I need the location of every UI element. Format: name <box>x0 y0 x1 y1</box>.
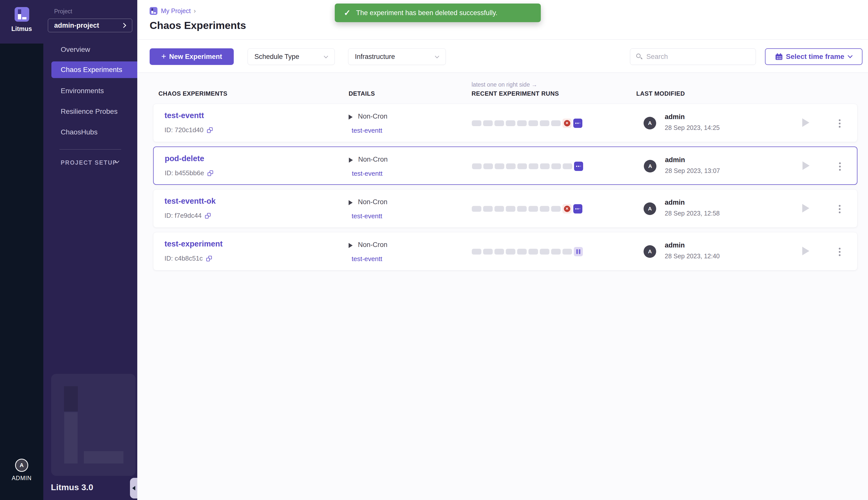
run-bar[interactable] <box>540 206 549 212</box>
rail-user-block[interactable]: A ADMIN <box>0 459 43 481</box>
run-bar[interactable] <box>551 206 561 212</box>
run-paused-badge[interactable] <box>574 247 583 256</box>
table-row[interactable]: test-experiment ID: c4b8c51c Non-Cron te… <box>153 232 857 270</box>
plus-icon: + <box>161 52 166 61</box>
table-row[interactable]: test-eventt ID: 720c1d40 Non-Cron test-e… <box>153 104 857 142</box>
new-experiment-button[interactable]: + New Experiment <box>150 48 234 65</box>
sidebar-item-resilience-probes[interactable]: Resilience Probes <box>43 103 137 120</box>
row-menu-button[interactable] <box>835 159 844 174</box>
run-bar[interactable] <box>551 249 561 254</box>
run-bar[interactable] <box>472 206 481 212</box>
run-bar[interactable] <box>472 249 481 254</box>
run-bar[interactable] <box>506 206 515 212</box>
breadcrumb-project-link[interactable]: My Project <box>161 7 191 15</box>
run-running-badge[interactable] <box>573 118 582 128</box>
run-experiment-button[interactable] <box>802 118 809 127</box>
run-bar[interactable] <box>506 249 515 254</box>
run-bar[interactable] <box>517 249 527 254</box>
sidebar-item-environments[interactable]: Environments <box>43 82 137 99</box>
run-bar[interactable] <box>528 120 538 126</box>
run-bar[interactable] <box>540 163 550 169</box>
experiment-template-link[interactable]: test-eventt <box>352 170 382 178</box>
run-bar[interactable] <box>540 249 549 254</box>
run-bar[interactable] <box>528 206 538 212</box>
sidebar-item-chaoshubs[interactable]: ChaosHubs <box>43 124 137 140</box>
table-row[interactable]: test-eventt-ok ID: f7e9dc44 Non-Cron tes… <box>153 189 857 228</box>
experiment-name-link[interactable]: test-experiment <box>165 239 223 249</box>
run-bar[interactable] <box>494 120 504 126</box>
copy-icon[interactable] <box>206 256 212 261</box>
run-bar[interactable] <box>472 163 482 169</box>
run-bar[interactable] <box>506 120 515 126</box>
chevron-down-icon <box>324 54 328 58</box>
new-experiment-label: New Experiment <box>169 53 222 61</box>
run-experiment-button[interactable] <box>802 247 809 255</box>
copy-icon[interactable] <box>205 213 211 218</box>
user-avatar[interactable]: A <box>15 459 28 472</box>
select-time-frame-button[interactable]: Select time frame <box>765 48 863 65</box>
project-selector[interactable]: admin-project <box>48 19 132 32</box>
copy-icon[interactable] <box>207 170 213 176</box>
run-running-badge[interactable] <box>573 204 582 214</box>
run-bar[interactable] <box>529 163 538 169</box>
run-bar[interactable] <box>472 120 481 126</box>
experiment-template-link[interactable]: test-eventt <box>352 127 382 134</box>
project-setup-toggle[interactable]: PROJECT SETUP <box>43 157 137 168</box>
experiment-id-text: ID: b455bb6e <box>165 169 204 177</box>
table-row[interactable]: pod-delete ID: b455bb6e Non-Cron test-ev… <box>153 147 857 185</box>
run-experiment-button[interactable] <box>802 161 810 170</box>
left-rail: Litmus A ADMIN <box>0 0 43 500</box>
infrastructure-dropdown[interactable]: Infrastructure <box>348 48 446 65</box>
copy-icon[interactable] <box>207 127 213 133</box>
row-menu-button[interactable] <box>835 245 844 259</box>
run-bar[interactable] <box>551 120 561 126</box>
run-bar[interactable] <box>483 249 493 254</box>
experiment-template-link[interactable]: test-eventt <box>352 255 382 263</box>
sidebar-collapse-handle[interactable] <box>130 478 137 499</box>
experiment-name-link[interactable]: pod-delete <box>165 154 204 163</box>
search-input[interactable] <box>646 53 751 61</box>
chevron-right-icon <box>121 23 126 28</box>
column-header-modified: LAST MODIFIED <box>636 90 685 97</box>
experiment-id: ID: f7e9dc44 <box>165 212 211 219</box>
run-bar[interactable] <box>495 163 504 169</box>
row-menu-button[interactable] <box>835 116 844 130</box>
experiment-template-link[interactable]: test-eventt <box>352 212 382 220</box>
schedule-type-dropdown[interactable]: Schedule Type <box>248 48 335 65</box>
app-version: Litmus 3.0 <box>51 482 93 492</box>
experiment-name-link[interactable]: test-eventt <box>165 111 204 120</box>
run-bar[interactable] <box>483 163 493 169</box>
sidebar-item-label: Chaos Experiments <box>61 66 122 74</box>
run-bar[interactable] <box>517 120 527 126</box>
infrastructure-label: Infrastructure <box>355 53 395 61</box>
experiment-id-text: ID: f7e9dc44 <box>165 212 202 219</box>
toast-message: The experiment has been deleted successf… <box>356 9 497 17</box>
run-bar[interactable] <box>517 206 527 212</box>
run-experiment-button[interactable] <box>802 204 809 213</box>
run-bar[interactable] <box>506 163 516 169</box>
run-bar[interactable] <box>483 120 493 126</box>
sidebar-item-label: Environments <box>61 87 104 95</box>
run-bar[interactable] <box>494 249 504 254</box>
run-bar[interactable] <box>551 163 561 169</box>
modifier-name: admin <box>665 241 685 249</box>
run-bar[interactable] <box>528 249 538 254</box>
sidebar-item-label: ChaosHubs <box>61 128 98 136</box>
run-running-badge[interactable] <box>574 162 583 171</box>
run-failed-badge[interactable]: ✕ <box>562 204 572 214</box>
modified-date: 28 Sep 2023, 14:25 <box>665 124 720 132</box>
experiment-name-link[interactable]: test-eventt-ok <box>165 197 216 206</box>
run-bar[interactable] <box>540 120 549 126</box>
schedule-type-value: Non-Cron <box>358 241 387 249</box>
sidebar-item-chaos-experiments[interactable]: Chaos Experiments <box>52 61 137 78</box>
calendar-icon <box>776 53 782 60</box>
run-bar[interactable] <box>562 249 572 254</box>
run-bar[interactable] <box>483 206 493 212</box>
project-name: admin-project <box>54 22 99 30</box>
run-bar[interactable] <box>517 163 527 169</box>
sidebar-item-overview[interactable]: Overview <box>43 41 137 58</box>
run-bar[interactable] <box>563 163 572 169</box>
row-menu-button[interactable] <box>835 202 844 216</box>
run-failed-badge[interactable]: ✕ <box>562 118 572 128</box>
run-bar[interactable] <box>494 206 504 212</box>
